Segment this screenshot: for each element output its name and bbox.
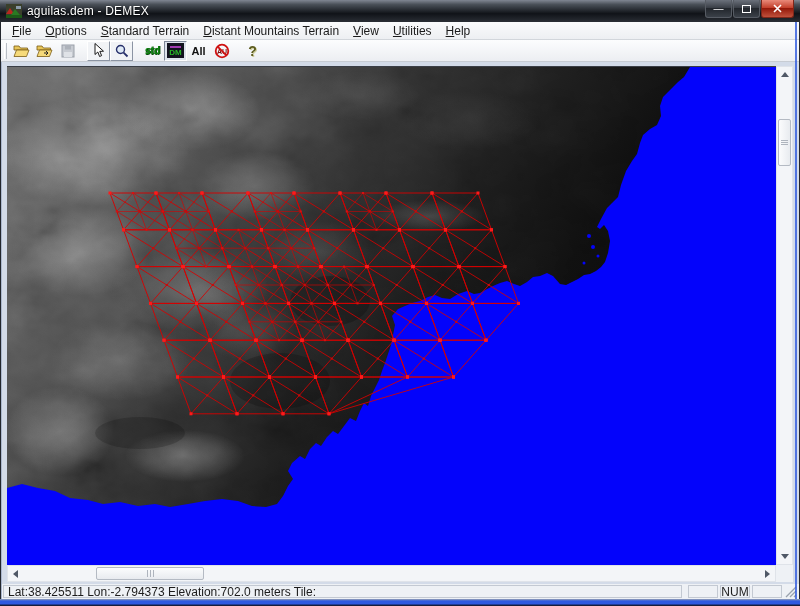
scrollbar-corner <box>776 565 793 582</box>
no-autogen-toggle[interactable]: AU <box>210 41 233 61</box>
maximize-button[interactable] <box>733 0 760 18</box>
vertical-scroll-thumb[interactable] <box>778 119 791 166</box>
window-title: aguilas.dem - DEMEX <box>27 4 149 18</box>
window-titlebar[interactable]: aguilas.dem - DEMEX — <box>0 0 800 22</box>
standard-terrain-label: std <box>145 45 160 56</box>
arrow-down-icon <box>781 554 789 559</box>
horizontal-scrollbar[interactable] <box>7 565 776 582</box>
folder-open-icon <box>13 44 30 58</box>
status-bar: Lat:38.425511 Lon:-2.794373 Elevation:70… <box>1 584 799 599</box>
minimize-button[interactable]: — <box>705 0 732 18</box>
zoom-tool-button[interactable] <box>110 41 133 61</box>
distant-mountains-label: DM <box>169 49 181 56</box>
arrow-right-icon <box>765 570 770 578</box>
floppy-disk-icon <box>61 44 75 58</box>
menu-view[interactable]: View <box>346 23 386 39</box>
open-project-button[interactable] <box>33 41 56 61</box>
menu-file[interactable]: File <box>5 23 38 39</box>
scroll-right-button[interactable] <box>760 566 775 581</box>
vertical-scrollbar[interactable] <box>776 66 793 565</box>
scroll-left-button[interactable] <box>8 566 23 581</box>
scroll-down-button[interactable] <box>777 549 792 564</box>
show-all-label: All <box>191 45 205 57</box>
menu-bar: FileOptionsStandard TerrainDistant Mount… <box>1 22 799 40</box>
folder-open-arrow-icon <box>36 44 53 58</box>
menu-distant-mountains-terrain[interactable]: Distant Mountains Terrain <box>196 23 346 39</box>
status-num-indicator: NUM <box>720 585 750 598</box>
app-icon <box>6 4 22 18</box>
window-left-border <box>1 62 2 599</box>
menu-help[interactable]: Help <box>439 23 478 39</box>
terrain-map <box>7 67 776 566</box>
prohibition-icon: AU <box>214 43 230 59</box>
help-question-icon: ? <box>248 43 257 59</box>
scroll-up-button[interactable] <box>777 67 792 82</box>
menu-utilities[interactable]: Utilities <box>386 23 439 39</box>
distant-mountains-chip: DM <box>167 43 184 58</box>
status-scrl-indicator <box>752 585 782 598</box>
close-icon <box>773 4 782 13</box>
menu-options[interactable]: Options <box>38 23 93 39</box>
toolbar: std DM All AU ? <box>1 40 799 62</box>
horizontal-scroll-thumb[interactable] <box>96 567 204 580</box>
close-button[interactable] <box>761 0 794 18</box>
status-coordinates: Lat:38.425511 Lon:-2.794373 Elevation:70… <box>3 585 682 598</box>
status-caps-indicator <box>688 585 718 598</box>
distant-mountains-toggle[interactable]: DM <box>164 41 187 61</box>
standard-terrain-toggle[interactable]: std <box>141 41 164 61</box>
help-button[interactable]: ? <box>241 41 264 61</box>
toolbar-grip[interactable] <box>4 43 7 59</box>
show-all-toggle[interactable]: All <box>187 41 210 61</box>
window-bottom-border <box>0 599 800 606</box>
maximize-icon <box>742 5 751 13</box>
arrow-up-icon <box>781 72 789 77</box>
menu-standard-terrain[interactable]: Standard Terrain <box>94 23 197 39</box>
demex-window: aguilas.dem - DEMEX — FileOptionsStandar… <box>0 0 800 606</box>
magnifier-icon <box>115 44 129 58</box>
map-viewport[interactable] <box>7 66 776 565</box>
save-button[interactable] <box>56 41 79 61</box>
select-tool-button[interactable] <box>87 41 110 61</box>
window-right-border <box>795 22 797 599</box>
arrow-left-icon <box>13 570 18 578</box>
cursor-arrow-icon <box>92 43 105 58</box>
open-file-button[interactable] <box>10 41 33 61</box>
